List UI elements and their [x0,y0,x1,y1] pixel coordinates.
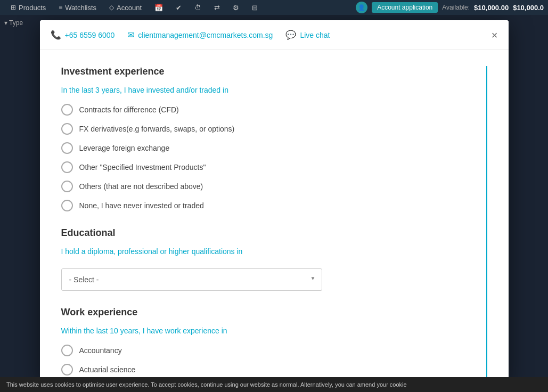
calendar-icon: 📅 [154,4,163,12]
qualification-select-wrapper: - Select - [61,265,322,291]
phone-contact[interactable]: 📞 +65 6559 6000 [51,30,115,40]
nav-products[interactable]: ⊞ Products [4,0,52,15]
nav-more[interactable]: ⊟ [246,0,264,15]
nav-transfer[interactable]: ⇄ [208,0,226,15]
investment-experience-section: Investment experience In the last 3 year… [61,66,476,211]
work-experience-section: Work experience Within the last 10 years… [61,307,476,377]
radio-none-label: None, I have never invested or traded [79,201,204,210]
radio-actuarial[interactable]: Actuarial science [61,364,476,375]
radio-actuarial-circle[interactable] [61,364,73,375]
radio-none-circle[interactable] [61,200,73,211]
radio-others-circle[interactable] [61,181,73,192]
radio-leverage-fx-label: Leverage foreign exchange [79,144,170,152]
top-navigation: ⊞ Products ≡ Watchlists ◇ Account 📅 ✔ ⏱ … [0,0,548,15]
balance-display: $10,000.0 [513,4,544,12]
live-chat-contact[interactable]: 💬 Live chat [285,30,330,40]
profile-icon-symbol: 👤 [358,4,365,11]
account-application-modal: 📞 +65 6559 6000 ✉ clientmanagement@cmcma… [40,20,509,377]
radio-others[interactable]: Others (that are not described above) [61,181,476,192]
educational-section: Educational I hold a diploma, profession… [61,227,476,291]
nav-right: 👤 Account application Available: $10,000… [356,2,544,13]
radio-fx-label: FX derivatives(e.g forwards, swaps, or o… [79,125,235,133]
investment-section-title: Investment experience [61,66,476,77]
more-icon: ⊟ [252,4,258,12]
qualification-select[interactable]: - Select - [61,268,322,291]
radio-other-sip-label: Other "Specified Investment Products" [79,163,206,172]
clock-icon: ⏱ [194,4,201,12]
modal-body-inner: Investment experience In the last 3 year… [61,66,487,377]
available-label: Available: [442,4,470,11]
work-radio-group: Accountancy Actuarial science Financial … [61,345,476,377]
radio-actuarial-label: Actuarial science [79,365,136,374]
chat-icon: 💬 [285,30,296,40]
radio-other-sip-circle[interactable] [61,161,73,173]
educational-section-subtitle: I hold a diploma, professional or higher… [61,247,476,256]
email-contact[interactable]: ✉ clientmanagement@cmcmarkets.com.sg [127,30,273,40]
radio-accountancy-label: Accountancy [79,346,122,355]
radio-others-label: Others (that are not described above) [79,182,203,191]
investment-radio-group: Contracts for difference (CFD) FX deriva… [61,104,476,211]
nav-watchlists[interactable]: ≡ Watchlists [52,0,103,15]
radio-accountancy-circle[interactable] [61,345,73,356]
modal-close-button[interactable]: × [492,30,498,40]
nav-account[interactable]: ◇ Account [103,0,148,15]
phone-icon: 📞 [51,30,61,40]
watchlists-icon: ≡ [59,4,62,11]
radio-leverage-fx[interactable]: Leverage foreign exchange [61,142,476,154]
cookie-bar: This website uses cookies to optimise us… [0,377,548,392]
radio-fx-circle[interactable] [61,123,73,135]
radio-accountancy[interactable]: Accountancy [61,345,476,356]
transfer-icon: ⇄ [214,4,220,12]
account-icon: ◇ [109,4,114,11]
modal-backdrop: 📞 +65 6559 6000 ✉ clientmanagement@cmcma… [0,15,548,377]
profile-avatar[interactable]: 👤 [356,2,367,13]
nav-clock[interactable]: ⏱ [188,0,208,15]
settings-icon: ⚙ [233,4,239,12]
email-icon: ✉ [127,30,134,40]
nav-calendar[interactable]: 📅 [148,0,169,15]
investment-section-subtitle: In the last 3 years, I have invested and… [61,86,476,94]
radio-cfd[interactable]: Contracts for difference (CFD) [61,104,476,116]
work-section-subtitle: Within the last 10 years, I have work ex… [61,326,476,335]
radio-leverage-fx-circle[interactable] [61,142,73,154]
available-amount: $10,000.00 [474,4,509,12]
educational-section-title: Educational [61,227,476,239]
work-section-title: Work experience [61,307,476,318]
modal-header: 📞 +65 6559 6000 ✉ clientmanagement@cmcma… [40,20,509,50]
radio-other-sip[interactable]: Other "Specified Investment Products" [61,161,476,173]
nav-settings[interactable]: ⚙ [226,0,246,15]
radio-cfd-label: Contracts for difference (CFD) [79,105,179,114]
radio-none[interactable]: None, I have never invested or traded [61,200,476,211]
radio-fx[interactable]: FX derivatives(e.g forwards, swaps, or o… [61,123,476,135]
modal-body: Investment experience In the last 3 year… [40,50,509,377]
radio-cfd-circle[interactable] [61,104,73,116]
account-application-button[interactable]: Account application [372,2,438,13]
nav-alerts[interactable]: ✔ [169,0,188,15]
alerts-icon: ✔ [176,4,182,12]
products-icon: ⊞ [11,4,16,11]
